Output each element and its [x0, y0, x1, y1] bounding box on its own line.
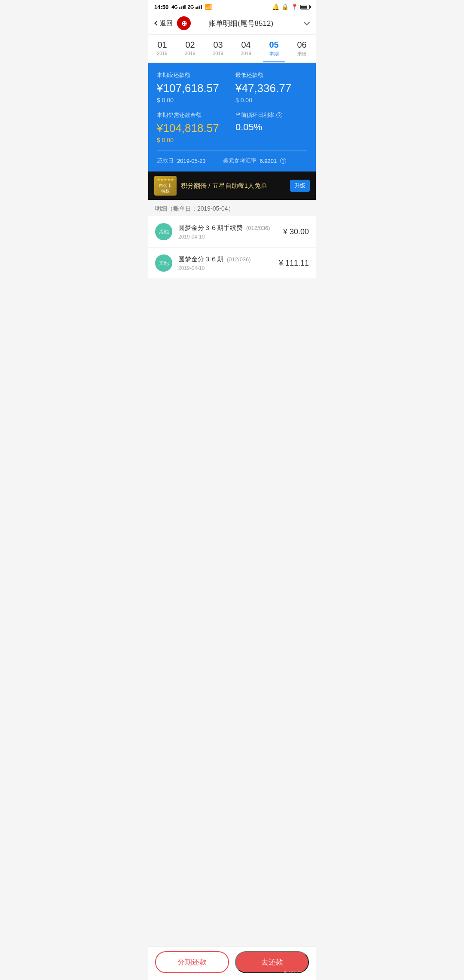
- tab-month-02-year: 2019: [178, 51, 202, 56]
- tx-sub-1: (012/036): [246, 225, 270, 231]
- section-header: 明细（账单日：2019-05-04）: [148, 200, 316, 216]
- network-2g: 2G: [188, 4, 194, 9]
- min-amount-sub: $ 0.00: [235, 97, 307, 104]
- due-date-value: 2019-05-23: [177, 158, 206, 164]
- chevron-down-icon[interactable]: [304, 19, 310, 25]
- banner-text: 积分翻倍 / 五星自助餐1人免单: [181, 182, 286, 190]
- back-label: 返回: [160, 19, 173, 28]
- tab-month-01-num: 01: [150, 40, 174, 50]
- rate-help-icon[interactable]: ?: [276, 112, 282, 118]
- tx-info-1: 圆梦金分３６期手续费 (012/036) 2019-04-10: [178, 224, 277, 240]
- tab-month-04[interactable]: 04 2019: [232, 35, 260, 62]
- due-date-item: 还款日 2019-05-23: [157, 157, 206, 165]
- tab-month-03[interactable]: 03 2019: [204, 35, 232, 62]
- tab-month-04-year: 2019: [234, 51, 258, 56]
- tab-month-03-year: 2019: [206, 51, 230, 56]
- bell-icon: 🔔: [272, 3, 279, 10]
- tab-month-02-num: 02: [178, 40, 202, 50]
- remain-amount-sub: $ 0.00: [157, 137, 229, 144]
- tab-month-05-year: 本期: [262, 51, 286, 57]
- tx-title-2: 圆梦金分３６期 (012/036): [178, 255, 273, 263]
- banner[interactable]: ★★★★★ 白金卡 特权 积分翻倍 / 五星自助餐1人免单 升级: [148, 172, 316, 200]
- signal-bars-1: [179, 5, 186, 9]
- tx-category-icon-1: 其他: [155, 223, 172, 240]
- info-grid: 本期应还款额 ¥107,618.57 $ 0.00 最低还款额 ¥47,336.…: [157, 71, 307, 144]
- tx-info-2: 圆梦金分３６期 (012/036) 2019-04-10: [178, 255, 273, 271]
- tab-month-03-num: 03: [206, 40, 230, 50]
- tab-month-01-year: 2019: [150, 51, 174, 56]
- remain-amount-label: 本期仍需还款金额: [157, 111, 229, 119]
- tx-date-2: 2019-04-10: [178, 265, 273, 271]
- due-amount-label: 本期应还款额: [157, 71, 229, 79]
- banner-stars: ★★★★★: [157, 178, 174, 183]
- tx-category-icon-2: 其他: [155, 254, 172, 272]
- tx-name-2: 圆梦金分３６期: [178, 255, 223, 263]
- tx-title-1: 圆梦金分３６期手续费 (012/036): [178, 224, 277, 232]
- exchange-rate-help-icon[interactable]: ?: [280, 158, 286, 164]
- rate-value: 0.05%: [235, 122, 307, 133]
- due-amount-sub: $ 0.00: [157, 97, 229, 104]
- back-arrow-icon: [154, 21, 159, 25]
- info-footer: 还款日 2019-05-23 美元参考汇率 6.9201 ?: [157, 157, 307, 165]
- month-tabs: 01 2019 02 2019 03 2019 04 2019 05 本期 06…: [148, 35, 316, 63]
- location-icon: 📍: [291, 3, 298, 10]
- exchange-rate-item: 美元参考汇率 6.9201 ?: [223, 157, 287, 165]
- status-icons: 🔔 🔒 📍: [272, 3, 310, 10]
- section-label: 明细（账单日：2019-05-04）: [155, 205, 234, 212]
- rate-label: 当前循环日利率 ?: [235, 111, 307, 119]
- tab-month-06-num: 06: [290, 40, 314, 50]
- tx-icon-label-1: 其他: [159, 228, 169, 236]
- min-amount-label: 最低还款额: [235, 71, 307, 79]
- banner-badge-line1: 白金卡: [159, 183, 172, 188]
- info-divider: [157, 150, 307, 151]
- exchange-rate-label: 美元参考汇率: [223, 157, 256, 165]
- transaction-list: 其他 圆梦金分３６期手续费 (012/036) 2019-04-10 ¥ 30.…: [148, 216, 316, 279]
- rate-item: 当前循环日利率 ? 0.05%: [235, 111, 307, 144]
- status-time-area: 14:50 4G 2G 📶: [154, 4, 212, 10]
- header: 返回 ⊕ 账单明细(尾号8512): [148, 12, 316, 35]
- remain-amount-value: ¥104,818.57: [157, 122, 229, 135]
- tab-month-04-num: 04: [234, 40, 258, 50]
- due-amount-value: ¥107,618.57: [157, 82, 229, 95]
- tx-sub-2: (012/036): [227, 256, 251, 263]
- banner-badge-line2: 特权: [161, 188, 170, 194]
- transaction-item: 其他 圆梦金分３６期手续费 (012/036) 2019-04-10 ¥ 30.…: [148, 216, 316, 248]
- tx-date-1: 2019-04-10: [178, 234, 277, 240]
- tx-amount-2: ¥ 111.11: [279, 259, 309, 268]
- transaction-item-2: 其他 圆梦金分３６期 (012/036) 2019-04-10 ¥ 111.11: [148, 248, 316, 279]
- bank-logo: ⊕: [177, 16, 191, 30]
- tab-month-05[interactable]: 05 本期: [260, 35, 288, 62]
- tab-month-01[interactable]: 01 2019: [148, 35, 176, 62]
- tx-icon-label-2: 其他: [159, 260, 169, 267]
- status-bar: 14:50 4G 2G 📶 🔔 🔒 📍: [148, 0, 316, 12]
- min-amount-item: 最低还款额 ¥47,336.77 $ 0.00: [235, 71, 307, 104]
- tab-month-02[interactable]: 02 2019: [176, 35, 204, 62]
- due-date-label: 还款日: [157, 157, 174, 165]
- tx-amount-1: ¥ 30.00: [283, 227, 309, 236]
- tab-month-06-year: 未出: [290, 51, 314, 57]
- banner-upgrade-button[interactable]: 升级: [290, 180, 310, 192]
- battery-icon: [300, 5, 310, 9]
- due-amount-item: 本期应还款额 ¥107,618.57 $ 0.00: [157, 71, 229, 104]
- tx-name-1: 圆梦金分３６期手续费: [178, 224, 243, 232]
- wifi-icon: 📶: [205, 4, 212, 10]
- network-4g: 4G: [171, 4, 178, 9]
- tab-month-06[interactable]: 06 未出: [288, 35, 316, 62]
- back-button[interactable]: 返回: [155, 19, 173, 28]
- remain-amount-item: 本期仍需还款金额 ¥104,818.57 $ 0.00: [157, 111, 229, 144]
- lock-icon: 🔒: [281, 3, 289, 10]
- min-amount-value: ¥47,336.77: [235, 82, 307, 95]
- time-display: 14:50: [154, 4, 168, 10]
- banner-badge: ★★★★★ 白金卡 特权: [154, 176, 177, 196]
- tab-month-05-num: 05: [262, 40, 286, 50]
- page-title: 账单明细(尾号8512): [195, 18, 287, 28]
- info-panel: 本期应还款额 ¥107,618.57 $ 0.00 最低还款额 ¥47,336.…: [148, 63, 316, 172]
- signal-bars-2: [195, 5, 202, 9]
- exchange-rate-value: 6.9201: [260, 158, 277, 164]
